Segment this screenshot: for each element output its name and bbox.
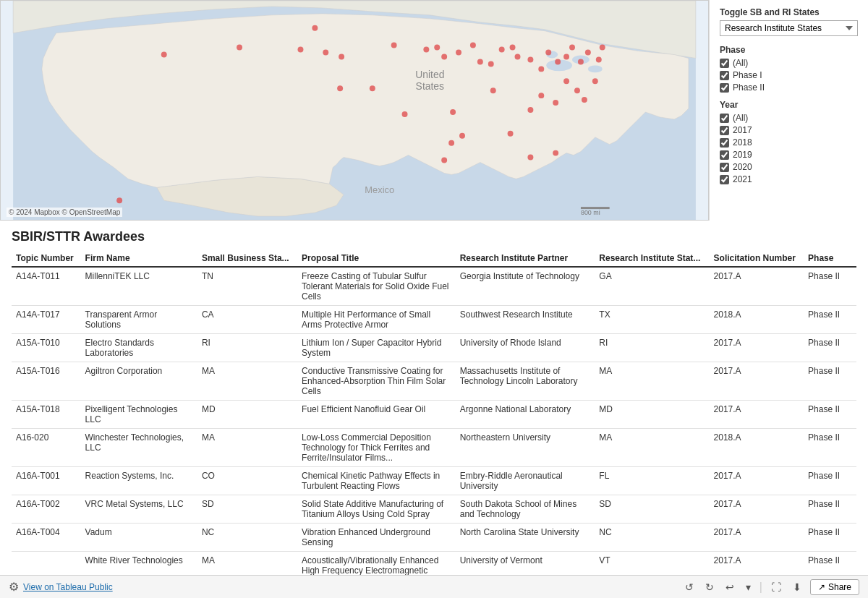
svg-point-26	[563, 54, 569, 60]
svg-point-24	[545, 50, 551, 56]
svg-point-43	[563, 78, 569, 84]
year-2019-checkbox[interactable]	[720, 150, 729, 160]
year-filter: Year (All) 2017 2018 2019	[720, 100, 858, 184]
undo-button[interactable]: ↺	[682, 580, 697, 594]
year-2017-checkbox[interactable]	[720, 126, 729, 135]
col-header-topic: Topic Number	[12, 250, 81, 267]
map-svg: United States Mexico 800 mi	[1, 1, 708, 220]
cell-ri_state: TX	[595, 306, 709, 334]
cell-sb_state: CA	[197, 306, 297, 334]
cell-ri_state: VT	[595, 552, 709, 576]
table-row: A15A-T018Pixelligent Technologies LLCMDF…	[12, 401, 856, 429]
table-row: White River TechnologiesMAAcoustically/V…	[12, 552, 856, 576]
svg-point-23	[538, 66, 544, 72]
svg-point-13	[434, 45, 440, 51]
cell-ri_partner: Georgia Institute of Technology	[456, 267, 595, 306]
svg-point-41	[538, 93, 544, 98]
cell-phase: Phase II	[804, 401, 856, 429]
main-container: United States Mexico 800 mi © 2024 Mapbo…	[0, 0, 868, 598]
cell-firm: Winchester Technologies, LLC	[81, 429, 197, 467]
cell-sb_state: MD	[197, 401, 297, 429]
cell-firm: Vadum	[81, 524, 197, 552]
tableau-link[interactable]: View on Tableau Public	[23, 582, 113, 592]
cell-firm: Pixelligent Technologies LLC	[81, 401, 197, 429]
cell-sol_number: 2017.A	[710, 495, 804, 524]
section-title: SBIR/STTR Awardees	[12, 221, 856, 250]
redo-button[interactable]: ↻	[702, 580, 717, 594]
cell-ri_state: NC	[595, 524, 709, 552]
cell-ri_state: MA	[595, 362, 709, 401]
phase-i-checkbox[interactable]	[720, 71, 729, 80]
phase-filter: Phase (All) Phase I Phase II	[720, 45, 858, 93]
download-button[interactable]: ⬇	[790, 580, 804, 594]
table-row: A15A-T010Electro Standards LaboratoriesR…	[12, 334, 856, 362]
svg-point-31	[600, 45, 605, 51]
cell-proposal: Lithium Ion / Super Capacitor Hybrid Sys…	[297, 334, 456, 362]
svg-point-39	[508, 131, 514, 137]
phase-ii-row: Phase II	[720, 82, 858, 93]
year-2020-row: 2020	[720, 162, 858, 172]
svg-point-15	[456, 50, 461, 56]
phase-filter-title: Phase	[720, 45, 858, 55]
map-mexico-label: Mexico	[365, 184, 394, 195]
cell-topic: A14A-T011	[12, 267, 81, 306]
svg-point-14	[441, 54, 447, 60]
cell-firm: Reaction Systems, Inc.	[81, 467, 197, 495]
year-2018-checkbox[interactable]	[720, 138, 729, 148]
cell-proposal: Vibration Enhanced Underground Sensing	[297, 524, 456, 552]
cell-sb_state: SD	[197, 495, 297, 524]
cell-ri_state: RI	[595, 334, 709, 362]
cell-proposal: Conductive Transmissive Coating for Enha…	[297, 362, 456, 401]
year-2018-label: 2018	[733, 137, 752, 148]
share-button[interactable]: ↗ Share	[810, 579, 859, 595]
cell-phase: Phase II	[804, 524, 856, 552]
svg-point-5	[161, 52, 167, 58]
cell-phase: Phase II	[804, 362, 856, 401]
year-2017-label: 2017	[733, 125, 752, 135]
cell-ri_partner: Embry-Riddle Aeronautical University	[456, 467, 595, 495]
svg-point-35	[450, 109, 456, 115]
cell-ri_partner: Southwest Research Institute	[456, 306, 595, 334]
cell-sol_number: 2017.A	[710, 401, 804, 429]
phase-all-row: (All)	[720, 58, 858, 68]
forward-button[interactable]: ▾	[743, 580, 754, 594]
svg-point-37	[459, 133, 465, 139]
svg-point-44	[574, 87, 580, 93]
cell-ri_partner: University of Rhode Island	[456, 334, 595, 362]
svg-point-6	[237, 45, 242, 51]
year-2020-checkbox[interactable]	[720, 163, 729, 172]
fullscreen-button[interactable]: ⛶	[768, 580, 784, 594]
map-container: United States Mexico 800 mi © 2024 Mapbo…	[0, 0, 709, 221]
table-row: A16A-T001Reaction Systems, Inc.COChemica…	[12, 467, 856, 495]
year-2021-checkbox[interactable]	[720, 175, 729, 184]
awardees-table: Topic Number Firm Name Small Business St…	[12, 250, 856, 575]
cell-ri_partner: South Dakota School of Mines and Technol…	[456, 495, 595, 524]
phase-ii-label: Phase II	[733, 82, 765, 93]
cell-phase: Phase II	[804, 306, 856, 334]
cell-ri_partner: Massachusetts Institute of Technology Li…	[456, 362, 595, 401]
svg-point-30	[596, 56, 602, 62]
cell-proposal: Multiple Hit Performance of Small Arms P…	[297, 306, 456, 334]
phase-ii-checkbox[interactable]	[720, 83, 729, 93]
svg-point-9	[323, 50, 328, 56]
cell-sb_state: RI	[197, 334, 297, 362]
table-area: SBIR/STTR Awardees Topic Number Firm Nam…	[0, 221, 868, 575]
svg-point-18	[488, 61, 494, 67]
svg-point-47	[527, 155, 533, 161]
col-header-firm: Firm Name	[81, 250, 197, 267]
map-scale: 800 mi	[581, 209, 600, 216]
phase-all-checkbox[interactable]	[720, 59, 729, 68]
svg-point-34	[402, 111, 408, 117]
cell-ri_state: SD	[595, 495, 709, 524]
col-header-sb-state: Small Business Sta...	[197, 250, 297, 267]
cell-ri_state: MD	[595, 401, 709, 429]
svg-point-21	[515, 54, 521, 60]
year-all-row: (All)	[720, 113, 858, 123]
share-label: Share	[828, 582, 851, 592]
back-button[interactable]: ↩	[723, 580, 737, 594]
toggle-dropdown[interactable]: Research Institute States Small Business…	[720, 20, 858, 36]
cell-sol_number: 2017.A	[710, 362, 804, 401]
year-all-checkbox[interactable]	[720, 114, 729, 123]
cell-phase: Phase II	[804, 495, 856, 524]
cell-firm: Agiltron Corporation	[81, 362, 197, 401]
